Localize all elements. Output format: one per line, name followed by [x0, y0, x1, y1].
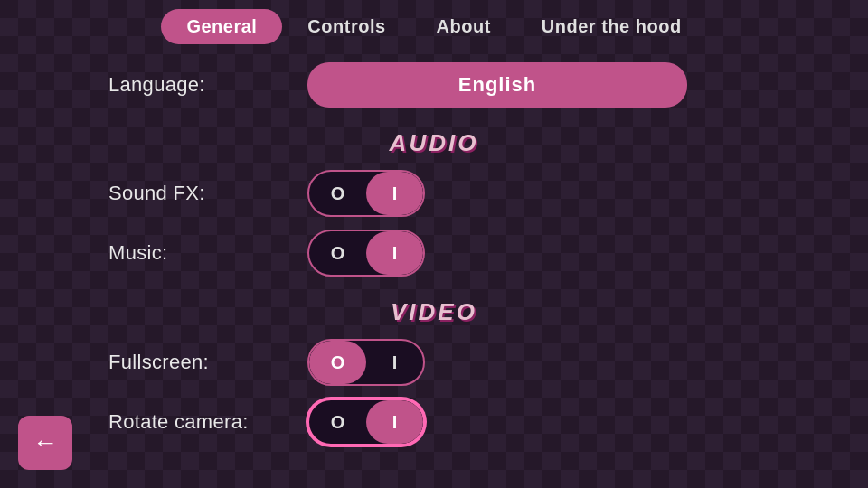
rotate-camera-label: Rotate camera: [108, 410, 307, 434]
music-off-option[interactable]: O [309, 231, 366, 275]
sound-fx-row: Sound FX: O I [108, 170, 760, 217]
tab-under-the-hood[interactable]: Under the hood [516, 9, 707, 44]
language-control: English [307, 62, 760, 108]
music-toggle[interactable]: O I [307, 230, 425, 277]
fullscreen-toggle[interactable]: O I [307, 339, 425, 386]
rotate-camera-row: Rotate camera: O I [108, 399, 760, 446]
tab-about[interactable]: About [411, 9, 516, 44]
sound-fx-control: O I [307, 170, 760, 217]
fullscreen-control: O I [307, 339, 760, 386]
music-label: Music: [108, 241, 307, 265]
fullscreen-label: Fullscreen: [108, 351, 307, 374]
language-button[interactable]: English [307, 62, 687, 108]
back-button[interactable]: ← [18, 416, 72, 470]
language-label: Language: [108, 73, 307, 97]
tab-controls[interactable]: Controls [282, 9, 410, 44]
back-arrow-icon: ← [33, 430, 58, 455]
music-control: O I [307, 230, 760, 277]
audio-section-header: AUDIO [108, 129, 760, 157]
rotate-camera-on-option[interactable]: I [366, 400, 423, 444]
fullscreen-on-option[interactable]: I [366, 341, 423, 384]
music-on-option[interactable]: I [366, 231, 423, 275]
fullscreen-off-option[interactable]: O [309, 341, 366, 384]
sound-fx-on-option[interactable]: I [366, 172, 423, 215]
rotate-camera-toggle[interactable]: O I [307, 399, 425, 446]
fullscreen-row: Fullscreen: O I [108, 339, 760, 386]
tab-general[interactable]: General [161, 9, 282, 44]
sound-fx-off-option[interactable]: O [309, 172, 366, 215]
music-row: Music: O I [108, 230, 760, 277]
sound-fx-label: Sound FX: [108, 182, 307, 205]
rotate-camera-off-option[interactable]: O [309, 400, 366, 444]
sound-fx-toggle[interactable]: O I [307, 170, 425, 217]
language-row: Language: English [108, 62, 760, 108]
rotate-camera-control: O I [307, 399, 760, 446]
video-section-header: VIDEO [108, 298, 760, 326]
tab-bar: General Controls About Under the hood [0, 0, 868, 44]
settings-area: Language: English AUDIO Sound FX: O I Mu… [0, 62, 868, 458]
